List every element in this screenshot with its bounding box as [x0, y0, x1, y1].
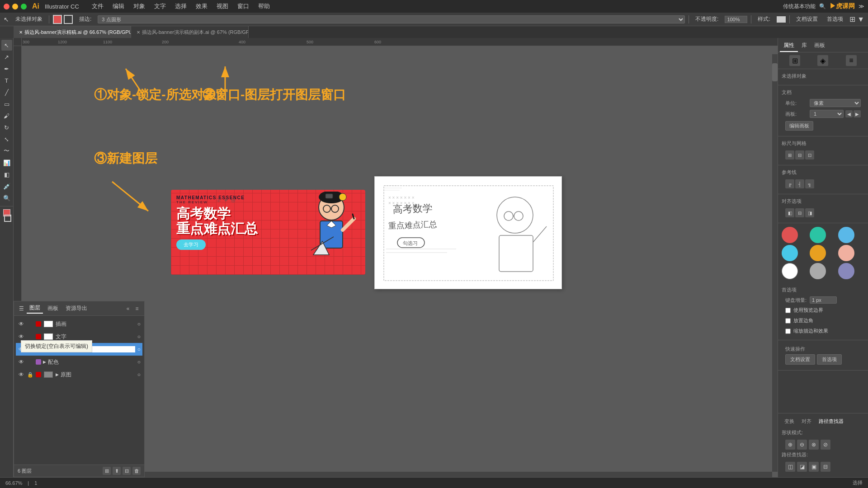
bottom-tab-align[interactable]: 对齐 [799, 417, 814, 426]
round-corners-check[interactable] [785, 318, 791, 324]
swatch-peach[interactable] [838, 245, 854, 261]
scale-tool[interactable]: ⤡ [1, 134, 12, 145]
close-button[interactable] [4, 4, 9, 9]
preview-bounds-check[interactable] [785, 308, 791, 313]
arrange-icon[interactable]: ⊞ ▼ [849, 15, 864, 23]
rotate-tool[interactable]: ↻ [1, 122, 12, 133]
menu-help[interactable]: 帮助 [255, 2, 274, 10]
swatch-blue[interactable] [838, 227, 854, 243]
make-layer-btn[interactable]: ⊞ [103, 467, 111, 475]
appearance-icon[interactable]: ◈ [817, 55, 828, 66]
gradient-tool[interactable]: ◧ [1, 169, 12, 180]
stroke-color[interactable] [64, 15, 73, 24]
guide-icon2[interactable]: ┤ [795, 179, 804, 188]
layer-eye-colors[interactable]: 👁 [18, 358, 25, 366]
align-center-icon[interactable]: ⊟ [795, 208, 804, 217]
tab-copy-close-icon[interactable]: ✕ [137, 30, 140, 35]
align-icon[interactable]: ≡ [846, 55, 857, 66]
swatch-teal[interactable] [810, 227, 826, 243]
layer-vis-active[interactable]: ○ [137, 346, 141, 352]
layer-lock-colors[interactable] [27, 358, 34, 366]
tab-library[interactable]: 库 [798, 40, 811, 52]
minimize-button[interactable] [12, 4, 18, 9]
menu-edit[interactable]: 编辑 [109, 2, 128, 10]
trim-icon[interactable]: ◪ [797, 462, 807, 472]
swatch-lavender[interactable] [838, 263, 854, 279]
layers-tab-layers[interactable]: 图层 [27, 303, 43, 314]
merge-icon[interactable]: ▣ [809, 462, 819, 472]
graph-tool[interactable]: 📊 [1, 157, 12, 168]
layers-tab-boards[interactable]: 画板 [45, 304, 61, 313]
layer-lock-original[interactable]: 🔒 [27, 371, 34, 378]
swatch-orange[interactable] [810, 245, 826, 261]
select-tool[interactable]: ↖ [1, 40, 12, 51]
divide-icon[interactable]: ◫ [785, 462, 795, 472]
layer-lock-text[interactable] [27, 333, 34, 340]
layer-eye-text[interactable]: 👁 [18, 333, 25, 340]
layer-item-original[interactable]: 👁 🔒 ▶ 原图 ○ [16, 368, 142, 381]
stroke-width-select[interactable]: 3 点圆形 [98, 15, 685, 23]
layer-eye-original[interactable]: 👁 [18, 371, 25, 378]
crop-icon[interactable]: ⊟ [821, 462, 830, 472]
swatch-red[interactable] [782, 227, 798, 243]
panel-toggle[interactable]: ≫ [859, 3, 864, 9]
guide-icon1[interactable]: ╔ [785, 179, 794, 188]
layer-eye-illustration[interactable]: 👁 [18, 320, 25, 328]
direct-select-tool[interactable]: ↗ [1, 52, 12, 62]
edit-artboard-btn[interactable]: 编辑画板 [785, 121, 813, 131]
tab-close-icon[interactable]: ✕ [19, 30, 23, 35]
swatch-cyan[interactable] [782, 245, 798, 261]
delete-layer-btn[interactable]: 🗑 [132, 467, 141, 475]
move-layer-btn[interactable]: ⬆ [113, 467, 121, 475]
menu-object[interactable]: 对象 [130, 2, 149, 10]
layer-item-text[interactable]: 👁 文字 ○ [16, 330, 142, 343]
tab-main[interactable]: ✕ 插边风-banner演示精稿.ai @ 66.67% (RGB/GPU 预览… [14, 26, 131, 38]
quick-preferences[interactable]: 首选项 [817, 354, 842, 365]
scroll-vertical[interactable] [772, 54, 778, 472]
anti-alias-check[interactable] [785, 328, 791, 334]
layers-tab-export[interactable]: 资源导出 [63, 304, 90, 313]
layer-item-illustration[interactable]: 👁 插画 ○ [16, 318, 142, 330]
layer-expand-colors[interactable]: ▶ [43, 360, 46, 364]
layer-item-active[interactable]: 👁 ○ [16, 343, 142, 356]
bottom-tab-transform[interactable]: 变换 [782, 417, 797, 426]
unite-icon[interactable]: ⊕ [785, 440, 795, 450]
intersect-icon[interactable]: ⊗ [809, 440, 819, 450]
preferences-btn[interactable]: 首选项 [824, 14, 846, 24]
align-right-icon[interactable]: ◨ [805, 208, 814, 217]
layer-expand-original[interactable]: ▶ [56, 372, 59, 377]
unit-select[interactable]: 像素 [810, 99, 861, 107]
rect-tool[interactable]: ▭ [1, 99, 12, 109]
scroll-thumb-v[interactable] [772, 63, 778, 81]
bottom-tab-pathfinder[interactable]: 路径查找器 [816, 417, 846, 426]
guide-icon3[interactable]: ╗ [805, 179, 814, 188]
stroke-indicator[interactable] [4, 215, 11, 222]
quick-doc-settings[interactable]: 文档设置 [785, 354, 815, 365]
menu-file[interactable]: 文件 [88, 2, 107, 10]
snap-pixel-icon[interactable]: ⊡ [805, 150, 814, 160]
tab-artboard[interactable]: 画板 [811, 40, 829, 52]
artboard-next[interactable]: ▶ [854, 110, 861, 117]
zoom-tool[interactable]: 🔍 [1, 192, 12, 203]
layers-collapse-btn[interactable]: « [124, 305, 132, 312]
layer-vis-illustration[interactable]: ○ [137, 321, 141, 327]
fullscreen-button[interactable] [21, 4, 27, 9]
swatch-white[interactable] [782, 263, 798, 279]
menu-effect[interactable]: 效果 [192, 2, 211, 10]
layer-vis-original[interactable]: ○ [137, 371, 141, 378]
layer-eye-active[interactable]: 👁 [18, 346, 25, 353]
minus-front-icon[interactable]: ⊖ [797, 440, 807, 450]
menu-window[interactable]: 窗口 [234, 2, 253, 10]
artboard-select[interactable]: 1 [810, 110, 844, 118]
fill-color[interactable] [53, 15, 62, 24]
eyedropper-tool[interactable]: 💉 [1, 181, 12, 192]
menu-view[interactable]: 视图 [213, 2, 232, 10]
transform-icon[interactable]: ⊞ [789, 55, 800, 66]
layer-lock-illustration[interactable] [27, 320, 34, 328]
type-tool[interactable]: T [1, 75, 12, 86]
snap-points-icon[interactable]: ⊟ [795, 150, 804, 160]
warp-tool[interactable]: 〜 [1, 145, 12, 156]
brush-tool[interactable]: 🖌 [1, 110, 12, 121]
layer-vis-text[interactable]: ○ [137, 333, 141, 340]
snap-grid-icon[interactable]: ⊞ [785, 150, 794, 160]
